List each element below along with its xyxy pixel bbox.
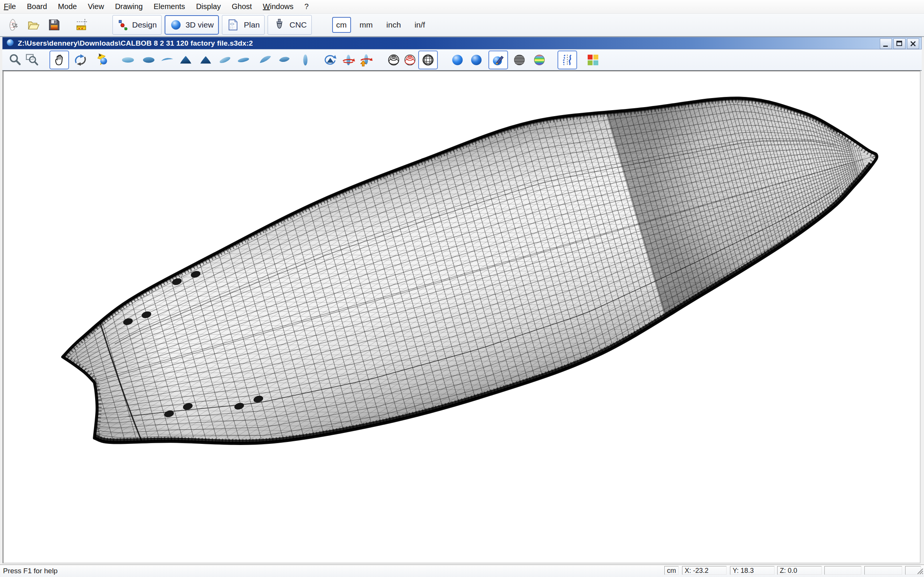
- unit-option-inch[interactable]: inch: [383, 18, 405, 32]
- cnc-icon: [273, 18, 286, 32]
- unit-option-mm[interactable]: mm: [356, 18, 376, 32]
- menu-item-view[interactable]: View: [88, 2, 104, 11]
- spin-board-icon[interactable]: [341, 52, 356, 68]
- mode-button-plan[interactable]: Plan: [222, 15, 265, 35]
- view-profile-icon[interactable]: [298, 52, 313, 68]
- status-bar: Press F1 for help cm X: -23.2 Y: 18.3 Z:…: [0, 564, 924, 577]
- lighting-icon[interactable]: [95, 52, 111, 68]
- render-stripes-icon[interactable]: [512, 52, 527, 68]
- window-controls: [878, 39, 919, 49]
- new-board-icon[interactable]: [5, 16, 21, 33]
- status-y-coordinate: Y: 18.3: [730, 566, 775, 575]
- status-help-text: Press F1 for help: [3, 567, 58, 575]
- status-z-coordinate: Z: 0.0: [777, 566, 822, 575]
- dimensions-icon[interactable]: [74, 16, 90, 33]
- status-unit: cm: [664, 566, 678, 575]
- view-perspective-bottom-icon[interactable]: [236, 52, 251, 68]
- 3d-viewport[interactable]: [3, 71, 921, 563]
- zoom-window-icon[interactable]: [24, 52, 40, 68]
- menu-item-board[interactable]: Board: [27, 2, 47, 11]
- mode-button-3d-view[interactable]: 3D view: [165, 15, 219, 35]
- render-solid-icon[interactable]: [450, 52, 465, 68]
- compare-curves-icon[interactable]: [557, 50, 577, 69]
- mode-button-label: Plan: [244, 20, 260, 29]
- status-empty-panel: [864, 566, 902, 575]
- menu-item-mode[interactable]: Mode: [58, 2, 77, 11]
- surfboard-wireframe-3d-view[interactable]: [3, 71, 920, 562]
- view-toolbar: [2, 49, 922, 71]
- shape3d-application-window: FileBoardModeViewDrawingElementsDisplayG…: [0, 0, 924, 577]
- menu-item-ghost[interactable]: Ghost: [232, 2, 252, 11]
- document-title-bar[interactable]: Z:\Users\dennery\Downloads\CALBOB 8 2 31…: [2, 37, 922, 49]
- close-button[interactable]: [907, 39, 919, 49]
- render-curvature-icon[interactable]: [532, 52, 547, 68]
- minimize-button[interactable]: [880, 39, 892, 49]
- render-contours-icon[interactable]: [386, 52, 401, 68]
- unit-option-inf[interactable]: in/f: [411, 18, 428, 32]
- menu-item-file[interactable]: File: [4, 2, 16, 11]
- design-icon: [117, 19, 129, 31]
- view-top-icon[interactable]: [120, 52, 136, 68]
- pan-hand-icon[interactable]: [50, 50, 69, 69]
- status-empty-panel: [824, 566, 861, 575]
- mode-button-design[interactable]: Design: [113, 15, 162, 35]
- mode-button-label: CNC: [289, 20, 307, 29]
- document-icon: [6, 38, 15, 48]
- save-icon[interactable]: [46, 16, 62, 33]
- menu-item-[interactable]: ?: [304, 2, 309, 11]
- zoom-icon[interactable]: [8, 52, 23, 68]
- menu-item-windows[interactable]: Windows: [263, 2, 293, 11]
- status-x-coordinate: X: -23.2: [682, 566, 727, 575]
- unit-selector: cmmminchin/f: [332, 17, 436, 33]
- view-front-icon[interactable]: [178, 52, 193, 68]
- render-contours-red-icon[interactable]: [402, 52, 417, 68]
- main-toolbar: Design3D viewPlanCNCcmmminchin/f: [0, 14, 924, 37]
- render-wireframe-icon[interactable]: [418, 50, 438, 69]
- view-bottom-icon[interactable]: [141, 52, 156, 68]
- mode-button-cnc[interactable]: CNC: [268, 15, 312, 35]
- document-title: Z:\Users\dennery\Downloads\CALBOB 8 2 31…: [18, 39, 253, 48]
- mode-button-label: Design: [132, 20, 157, 29]
- view-rocker-icon[interactable]: [160, 52, 175, 68]
- view-back-icon[interactable]: [198, 52, 213, 68]
- menu-item-drawing[interactable]: Drawing: [115, 2, 143, 11]
- color-palette-icon[interactable]: [585, 52, 601, 68]
- maximize-button[interactable]: [893, 39, 906, 49]
- view-three-quarter-icon[interactable]: [258, 52, 273, 68]
- open-folder-icon[interactable]: [26, 16, 42, 33]
- rotate-3d-icon[interactable]: [73, 52, 88, 68]
- mode-button-label: 3D view: [185, 20, 214, 29]
- view-perspective-top-icon[interactable]: [217, 52, 233, 68]
- rotate-view-icon[interactable]: [323, 52, 338, 68]
- sphere-blue-icon: [170, 19, 182, 31]
- unit-option-cm[interactable]: cm: [332, 17, 351, 33]
- render-painted-icon[interactable]: [488, 50, 508, 69]
- menu-bar: FileBoardModeViewDrawingElementsDisplayG…: [0, 0, 924, 14]
- view-three-quarter-2-icon[interactable]: [277, 52, 292, 68]
- resize-grip[interactable]: [916, 567, 923, 576]
- spin-board-up-icon[interactable]: [358, 52, 373, 68]
- plan-icon: [227, 18, 241, 32]
- render-solid-2-icon[interactable]: [469, 52, 484, 68]
- menu-item-display[interactable]: Display: [196, 2, 221, 11]
- menu-item-elements[interactable]: Elements: [153, 2, 185, 11]
